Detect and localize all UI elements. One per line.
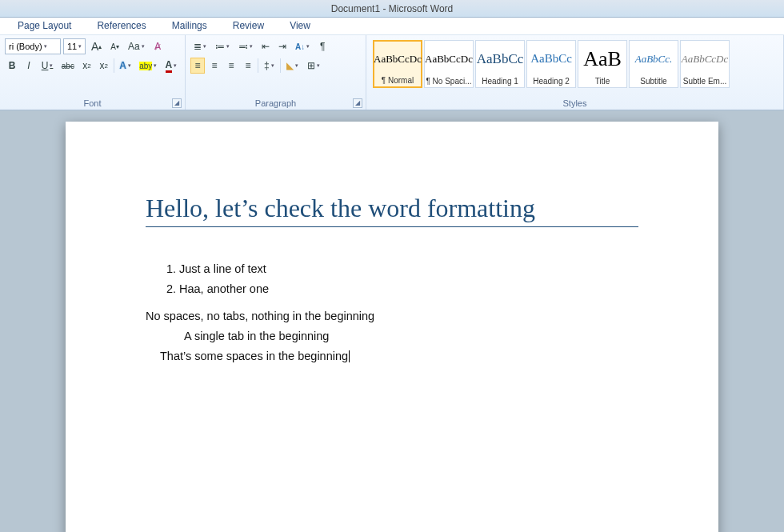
font-dialog-launcher[interactable]: ◢ bbox=[172, 98, 182, 108]
style-card-heading-2[interactable]: AaBbCcHeading 2 bbox=[526, 40, 576, 88]
style-card-title[interactable]: AaBTitle bbox=[578, 40, 627, 88]
tab-page-layout[interactable]: Page Layout bbox=[5, 18, 84, 34]
highlight-button[interactable]: aby bbox=[137, 58, 160, 74]
outdent-icon: ⇤ bbox=[262, 41, 270, 52]
subscript-button[interactable]: x2 bbox=[80, 58, 94, 74]
group-font-label: Font bbox=[0, 98, 185, 108]
group-styles: AaBbCcDc¶ NormalAaBbCcDc¶ No Spaci...AaB… bbox=[366, 35, 784, 110]
style-sample: AaBbCc bbox=[476, 41, 524, 77]
italic-button[interactable]: I bbox=[22, 58, 36, 74]
line-spacing-button[interactable]: ‡ bbox=[261, 58, 278, 74]
align-left-button[interactable]: ≡ bbox=[190, 58, 205, 74]
group-paragraph: ≣ ≔ ≕ ⇤ ⇥ A↓ ¶ ≡ ≡ ≡ ≡ ‡ ◣ ⊞ Paragraph ◢ bbox=[186, 35, 366, 110]
align-left-icon: ≡ bbox=[194, 60, 200, 71]
style-label: ¶ Normal bbox=[374, 76, 421, 86]
style-card-subtitle[interactable]: AaBbCc.Subtitle bbox=[629, 40, 678, 88]
group-styles-label: Styles bbox=[366, 98, 783, 108]
font-color-button[interactable]: A bbox=[162, 58, 180, 74]
font-name-combo[interactable]: ri (Body) bbox=[5, 38, 61, 54]
underline-button[interactable]: U bbox=[38, 58, 56, 74]
group-paragraph-label: Paragraph bbox=[186, 98, 366, 108]
align-right-button[interactable]: ≡ bbox=[224, 58, 238, 74]
style-sample: AaBbCcDc bbox=[374, 42, 421, 76]
multilevel-icon: ≕ bbox=[238, 41, 248, 52]
list-item[interactable]: Haa, another one bbox=[179, 279, 638, 299]
ribbon: ri (Body) 11 A▴ A▾ Aa A̷ B I U abc x2 x2… bbox=[0, 35, 784, 110]
paragraph-dialog-launcher[interactable]: ◢ bbox=[353, 98, 362, 108]
borders-button[interactable]: ⊞ bbox=[304, 58, 323, 74]
style-sample: AaBbCcDc bbox=[425, 41, 473, 77]
decrease-indent-button[interactable]: ⇤ bbox=[258, 38, 273, 54]
shading-button[interactable]: ◣ bbox=[283, 58, 302, 74]
numbering-icon: ≔ bbox=[215, 41, 225, 52]
tab-mailings[interactable]: Mailings bbox=[159, 18, 220, 34]
indent-icon: ⇥ bbox=[278, 41, 286, 52]
change-case-button[interactable]: Aa bbox=[125, 38, 148, 54]
style-card--no-spaci-[interactable]: AaBbCcDc¶ No Spaci... bbox=[424, 40, 474, 88]
justify-icon: ≡ bbox=[245, 60, 250, 71]
shrink-font-button[interactable]: A▾ bbox=[107, 38, 122, 54]
line-spacing-icon: ‡ bbox=[264, 60, 270, 71]
show-marks-button[interactable]: ¶ bbox=[315, 38, 330, 54]
text-effects-button[interactable]: A bbox=[117, 58, 134, 74]
document-body[interactable]: Just a line of text Haa, another one No … bbox=[146, 259, 638, 366]
font-size-value: 11 bbox=[67, 42, 77, 51]
multilevel-button[interactable]: ≕ bbox=[235, 38, 256, 54]
tab-review[interactable]: Review bbox=[220, 18, 277, 34]
borders-icon: ⊞ bbox=[307, 60, 315, 71]
style-card-heading-1[interactable]: AaBbCcHeading 1 bbox=[475, 40, 525, 88]
strike-button[interactable]: abc bbox=[58, 58, 77, 74]
tab-view[interactable]: View bbox=[277, 18, 323, 34]
ribbon-tabs: Page Layout References Mailings Review V… bbox=[0, 18, 784, 35]
style-label: Heading 1 bbox=[476, 77, 524, 87]
sort-icon: A↓ bbox=[295, 42, 305, 51]
style-label: Subtitle bbox=[630, 77, 678, 87]
paragraph-spaced[interactable]: That’s some spaces in the beginning bbox=[160, 346, 638, 366]
paragraph-tabbed[interactable]: A single tab in the beginning bbox=[184, 326, 638, 346]
tab-references[interactable]: References bbox=[84, 18, 158, 34]
group-font: ri (Body) 11 A▴ A▾ Aa A̷ B I U abc x2 x2… bbox=[0, 35, 186, 110]
sort-button[interactable]: A↓ bbox=[292, 38, 313, 54]
clear-format-button[interactable]: A̷ bbox=[150, 38, 165, 54]
style-label: Subtle Em... bbox=[681, 77, 729, 87]
align-center-button[interactable]: ≡ bbox=[207, 58, 222, 74]
grow-font-button[interactable]: A▴ bbox=[88, 38, 105, 54]
style-sample: AaBbCc bbox=[527, 41, 575, 77]
font-size-combo[interactable]: 11 bbox=[63, 38, 86, 54]
page[interactable]: Hello, let’s check the word formatting J… bbox=[66, 122, 718, 532]
style-sample: AaBbCc. bbox=[630, 41, 678, 77]
document-heading[interactable]: Hello, let’s check the word formatting bbox=[146, 194, 638, 227]
style-card-subtle-em-[interactable]: AaBbCcDcSubtle Em... bbox=[680, 40, 730, 88]
eraser-icon: A̷ bbox=[154, 41, 161, 52]
paint-bucket-icon: ◣ bbox=[286, 60, 294, 71]
style-sample: AaB bbox=[578, 41, 626, 77]
bullets-icon: ≣ bbox=[194, 41, 202, 52]
style-label: ¶ No Spaci... bbox=[425, 77, 473, 87]
numbering-button[interactable]: ≔ bbox=[212, 38, 233, 54]
style-label: Title bbox=[578, 77, 626, 87]
style-label: Heading 2 bbox=[527, 77, 575, 87]
list-item[interactable]: Just a line of text bbox=[179, 259, 638, 279]
align-right-icon: ≡ bbox=[228, 60, 234, 71]
increase-indent-button[interactable]: ⇥ bbox=[275, 38, 290, 54]
font-name-value: ri (Body) bbox=[9, 42, 42, 51]
bullets-button[interactable]: ≣ bbox=[190, 38, 210, 54]
numbered-list[interactable]: Just a line of text Haa, another one bbox=[179, 259, 638, 298]
document-canvas[interactable]: Hello, let’s check the word formatting J… bbox=[0, 110, 784, 532]
style-sample: AaBbCcDc bbox=[681, 41, 729, 77]
paragraph-plain[interactable]: No spaces, no tabs, nothing in the begin… bbox=[146, 306, 638, 326]
window-title: Document1 - Microsoft Word bbox=[0, 0, 784, 18]
styles-gallery[interactable]: AaBbCcDc¶ NormalAaBbCcDc¶ No Spaci...AaB… bbox=[371, 38, 778, 90]
style-card--normal[interactable]: AaBbCcDc¶ Normal bbox=[373, 40, 422, 88]
superscript-button[interactable]: x2 bbox=[97, 58, 111, 74]
justify-button[interactable]: ≡ bbox=[241, 58, 255, 74]
align-center-icon: ≡ bbox=[211, 60, 217, 71]
bold-button[interactable]: B bbox=[5, 58, 19, 74]
